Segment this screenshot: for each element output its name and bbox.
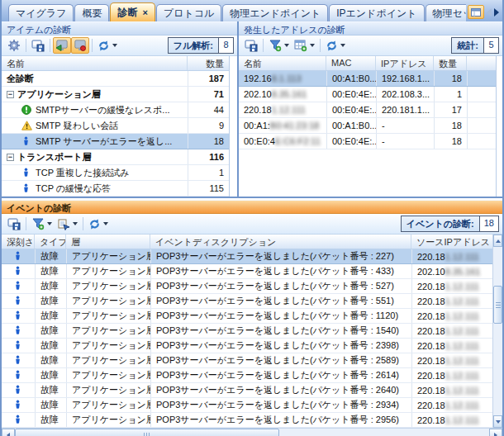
scroll-tabs-right-icon[interactable] — [494, 8, 499, 17]
collapse-icon[interactable] — [7, 91, 14, 98]
tab-physical-endpoint[interactable]: 物理エンドポイント — [222, 4, 328, 21]
event-layer-cell: アプリケーション層 — [66, 383, 150, 397]
filter-button[interactable] — [29, 216, 55, 232]
tab-close-icon[interactable]: × — [142, 7, 147, 17]
refresh-button[interactable] — [323, 37, 348, 54]
tab-my-graph[interactable]: マイグラフ — [8, 4, 74, 21]
column-header-source-ip[interactable]: ソースIPアドレス — [411, 235, 492, 249]
fault-info-icon — [13, 370, 24, 381]
address-row[interactable]: 202.108.35.16100:E0:4E:...202.108.3...1 — [239, 87, 496, 102]
vertical-scrollbar[interactable] — [492, 235, 502, 428]
gear-icon — [7, 39, 21, 52]
tree-row[interactable]: トランスポート層116 — [2, 149, 229, 165]
vertical-scroll-thumb[interactable] — [493, 286, 502, 324]
column-header-mac[interactable]: MAC — [326, 56, 376, 70]
column-header-layer[interactable]: 層 — [66, 235, 150, 249]
address-ip-cell: - — [376, 134, 434, 149]
locate-button[interactable] — [55, 216, 80, 232]
event-row[interactable]: 故障アプリケーション層POP3サーバーがエラーを返しました(パケット番号 : 1… — [2, 324, 492, 339]
tree-row[interactable]: TCP の緩慢な応答115 — [2, 181, 229, 197]
address-mac-cell: 00:E0:4E:... — [326, 87, 376, 102]
column-header-name[interactable]: 名前 — [239, 56, 326, 70]
tab-diagnosis[interactable]: 診断× — [110, 2, 155, 21]
event-row[interactable]: 故障アプリケーション層POP3サーバーがエラーを返しました(パケット番号 : 2… — [2, 368, 492, 383]
warning-icon — [21, 121, 32, 131]
horizontal-scroll-thumb[interactable] — [15, 429, 279, 436]
save-button[interactable] — [5, 216, 23, 232]
event-row[interactable]: 故障アプリケーション層POP3サーバーがエラーを返しました(パケット番号 : 2… — [2, 398, 492, 413]
column-header-ip[interactable]: IPアドレス — [376, 56, 434, 70]
source-ip-clear: 220.18 — [417, 341, 445, 351]
column-header-count[interactable]: 数量 — [188, 56, 229, 70]
tree-row[interactable]: SMTP 疑わしい会話9 — [2, 118, 229, 134]
scroll-down-button[interactable] — [493, 415, 502, 428]
scroll-left-button[interactable] — [2, 429, 15, 436]
tree-row[interactable]: SMTPサーバーの緩慢なレスポ...44 — [2, 102, 229, 118]
panel-view-button[interactable] — [468, 5, 484, 19]
toolbar-separator — [50, 39, 50, 52]
event-row[interactable]: 故障アプリケーション層POP3サーバーがエラーを返しました(パケット番号 : 4… — [2, 264, 492, 279]
tab-label: 物理エンドポイント — [230, 7, 321, 21]
tree-row[interactable]: TCP 重複した接続試み1 — [2, 165, 229, 181]
display-filter-back-button[interactable] — [53, 37, 71, 54]
address-count-cell: 17 — [434, 102, 467, 117]
save-button[interactable] — [242, 37, 260, 54]
display-filter-record-button[interactable] — [71, 37, 89, 54]
collapse-icon[interactable] — [7, 154, 14, 161]
tree-row[interactable]: SMTP サーバーがエラーを返し...18 — [2, 134, 229, 149]
tab-physical-session[interactable]: 物理セッション — [426, 4, 466, 21]
chevron-down-icon — [103, 222, 108, 225]
tab-protocol[interactable]: プロトコル — [156, 4, 221, 21]
item-diagnosis-title: アイテムの診断 — [2, 21, 237, 36]
horizontal-scrollbar[interactable] — [2, 428, 502, 436]
address-count-cell: 18 — [434, 71, 467, 86]
refresh-button[interactable] — [95, 37, 120, 54]
tree-row-label: TCP 重複した接続試み — [36, 167, 130, 179]
add-column-button[interactable] — [292, 37, 317, 54]
scroll-right-button[interactable] — [489, 429, 502, 436]
event-row[interactable]: 故障アプリケーション層POP3サーバーがエラーを返しました(パケット番号 : 2… — [2, 413, 492, 428]
source-ip-clear: 220.18 — [417, 415, 445, 425]
event-row[interactable]: 故障アプリケーション層POP3サーバーがエラーを返しました(パケット番号 : 5… — [2, 294, 492, 309]
address-diagnosis-toolbar: 統計: 5 — [239, 36, 502, 56]
tab-summary[interactable]: 概要 — [74, 4, 109, 21]
tree-row-count: 18 — [188, 134, 229, 149]
refresh-button[interactable] — [86, 216, 111, 232]
address-row[interactable]: 00:A1:B0:41:23:1800:A1:B0...-18 — [239, 118, 496, 134]
scroll-up-button[interactable] — [493, 235, 502, 247]
tree-row[interactable]: アプリケーション層71 — [2, 87, 229, 102]
settings-button[interactable] — [5, 37, 23, 54]
event-table: 深刻さ タイプ 層 イベントディスクリプション ソースIPアドレス 故障アプリケ… — [2, 235, 492, 428]
event-severity-cell — [2, 279, 35, 293]
event-row[interactable]: 故障アプリケーション層POP3サーバーがエラーを返しました(パケット番号 : 2… — [2, 339, 492, 353]
column-header-description[interactable]: イベントディスクリプション — [150, 235, 411, 249]
scroll-tabs-left-icon[interactable] — [487, 8, 492, 17]
address-row[interactable]: 192.168.1.11300:A1:B0...192.168.1...18 — [239, 71, 496, 87]
event-type-cell: 故障 — [35, 279, 66, 293]
address-row[interactable]: 00:E0:4E:C6:F2:1100:E0:4E:...-18 — [239, 134, 496, 149]
event-row[interactable]: 故障アプリケーション層POP3サーバーがエラーを返しました(パケット番号 : 5… — [2, 279, 492, 294]
column-header-count[interactable]: 数量 — [434, 56, 467, 70]
event-severity-cell — [2, 294, 35, 308]
event-row[interactable]: 故障アプリケーション層POP3サーバーがエラーを返しました(パケット番号 : 2… — [2, 249, 492, 264]
address-row[interactable]: 220.181.12.11100:E0:4E:...220.181.1...17 — [239, 102, 496, 118]
address-mac-cell: 00:E0:4E:... — [326, 134, 376, 149]
event-row[interactable]: 故障アプリケーション層POP3サーバーがエラーを返しました(パケット番号 : 2… — [2, 383, 492, 398]
event-row[interactable]: 故障アプリケーション層POP3サーバーがエラーを返しました(パケット番号 : 1… — [2, 309, 492, 324]
source-ip-redacted: 1.12.111 — [445, 311, 479, 321]
fault-info-icon — [21, 183, 32, 194]
filter-button[interactable] — [266, 37, 292, 54]
event-layer-cell: アプリケーション層 — [66, 368, 150, 382]
column-header-severity[interactable]: 深刻さ — [2, 235, 35, 249]
column-header-type[interactable]: タイプ — [35, 235, 66, 249]
event-rows: 故障アプリケーション層POP3サーバーがエラーを返しました(パケット番号 : 2… — [2, 249, 492, 428]
refresh-icon — [326, 40, 338, 52]
event-row[interactable]: 故障アプリケーション層POP3サーバーがエラーを返しました(パケット番号 : 2… — [2, 353, 492, 368]
tree-row[interactable]: 全診断187 — [2, 71, 229, 87]
tab-ip-endpoint[interactable]: IPエンドポイント — [329, 4, 424, 21]
event-description-cell: POP3サーバーがエラーを返しました(パケット番号 : 2956) — [150, 413, 411, 427]
column-header-name[interactable]: 名前 — [2, 56, 188, 70]
tree-row-count: 187 — [188, 71, 229, 86]
toolbar-separator — [26, 217, 26, 230]
save-button[interactable] — [29, 37, 47, 54]
